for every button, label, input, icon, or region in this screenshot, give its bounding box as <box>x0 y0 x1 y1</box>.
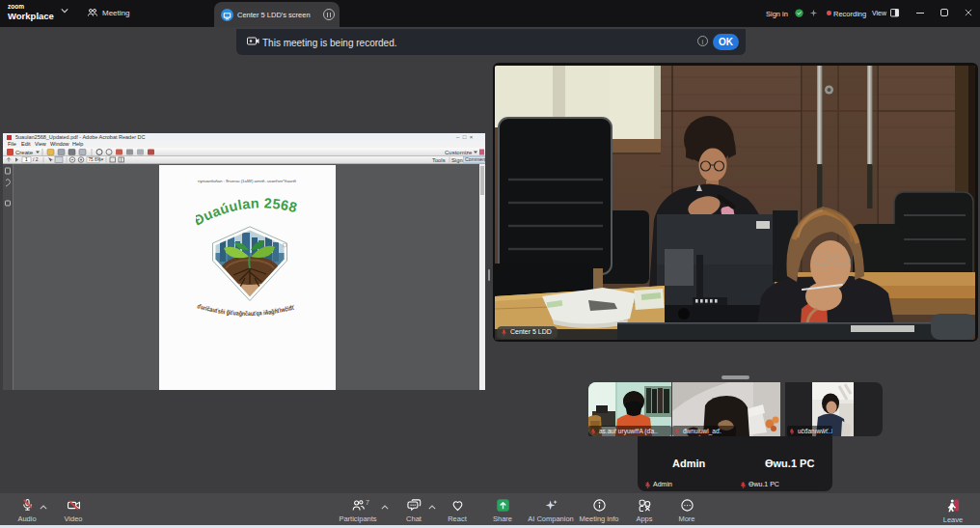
svg-text:1: 1 <box>25 156 28 162</box>
svg-text:/ 2: / 2 <box>33 156 39 162</box>
svg-text:Tools: Tools <box>432 157 446 163</box>
svg-text:Create: Create <box>15 150 34 155</box>
svg-text:Sign: Sign <box>451 157 463 163</box>
svg-text:Customize: Customize <box>445 150 473 155</box>
svg-text:Comment: Comment <box>465 156 485 162</box>
svg-text:ďuríčauťsňi ğiťuağnčauťqa iŵağ: ďuríčauťsňi ğiťuağnčauťqa iŵağňťiwčiđť <box>196 302 295 318</box>
svg-text:75.6%: 75.6% <box>89 157 101 162</box>
svg-text:Đuaúulan 2568: Đuaúulan 2568 <box>196 196 299 229</box>
